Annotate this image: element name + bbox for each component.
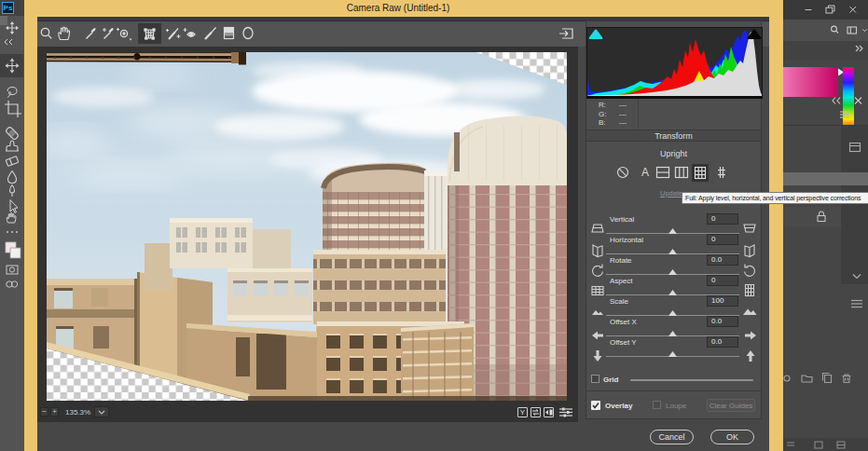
svg-text:A: A <box>641 166 649 179</box>
